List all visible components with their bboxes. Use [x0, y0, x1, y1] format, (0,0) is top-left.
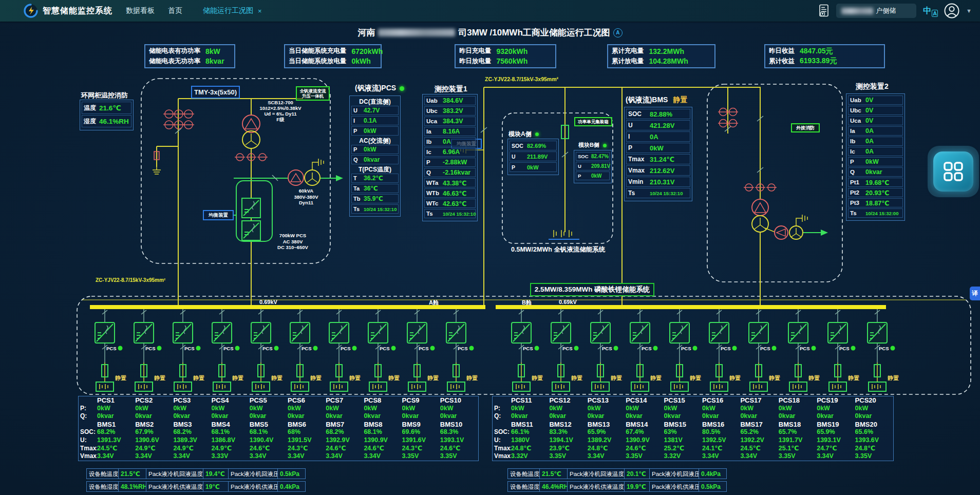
pcs-unit[interactable]: PCS静置: [329, 309, 361, 391]
pcs-unit-label: PCS: [839, 346, 850, 351]
booster-unit-label: 全钒液流变流 升压一体机: [296, 86, 330, 101]
table-unit-column: PCS120kW0kvarBMS1283.3%1394.1V23.9℃3.35V: [549, 396, 587, 461]
battery-icon: [96, 382, 114, 391]
field-label: Tmax: [628, 156, 650, 163]
unit-value: 68.1%: [364, 428, 402, 436]
field-value: 10/24 15:32:10: [443, 211, 476, 217]
unit-name: BMS7: [326, 421, 364, 429]
field-value: 31.24℃: [650, 156, 674, 163]
battery-icon: [671, 382, 688, 391]
table-unit-column: PCS110kW0kvarBMS1166.1%1380V24.8℃3.32V: [511, 396, 549, 461]
busbar-voltage-label: 0.69kV: [259, 299, 277, 305]
unit-value: 68.1%: [250, 428, 288, 436]
pcs-unit[interactable]: PCS静置: [749, 309, 780, 391]
unit-value: 24.5℃: [740, 445, 778, 453]
transformer-hv-winding: [752, 199, 768, 216]
unit-value: 65.9%: [817, 428, 855, 436]
pcs-unit[interactable]: PCS静置: [251, 309, 282, 391]
pcs-unit[interactable]: PCS静置: [828, 309, 859, 391]
unit-value: 1390.6V: [135, 436, 173, 445]
field-label: Ubc: [850, 107, 865, 113]
field-label: I: [353, 118, 364, 124]
pcs-unit[interactable]: PCS静置: [134, 309, 165, 391]
unit-value: 1393.1V: [817, 436, 855, 445]
unit-value: 0kvar: [440, 412, 478, 421]
field-row: T36.2℃: [351, 174, 399, 183]
unit-name: BMS10: [440, 421, 478, 429]
unit-value: 24.8℃: [511, 445, 549, 453]
pcs-unit[interactable]: PCS静置: [407, 309, 439, 391]
pcs-unit[interactable]: PCS静置: [788, 309, 820, 391]
cooling-value: 19.4℃: [203, 468, 229, 479]
module-a-title: 模块A侧: [508, 130, 539, 139]
pcs-unit[interactable]: PCS静置: [512, 309, 543, 391]
pcs-unit[interactable]: PCS静置: [551, 309, 582, 391]
pcs-unit[interactable]: PCS静置: [290, 309, 322, 391]
field-row: Pt318.87℃: [848, 198, 903, 207]
unit-value: 3.34V: [97, 452, 135, 461]
pcs-unit[interactable]: PCS静置: [212, 309, 243, 391]
status-dot: [653, 346, 658, 351]
pcs-unit[interactable]: PCS静置: [709, 309, 741, 391]
field-value: 0kW: [865, 158, 879, 165]
unit-value: 0kvar: [549, 412, 587, 421]
field-row: SOC82.47%: [576, 152, 610, 161]
unit-value: 24.1℃: [702, 445, 740, 453]
unit-name: BMS3: [173, 421, 211, 429]
field-label: Ta: [353, 185, 364, 192]
pcs-unit[interactable]: PCS静置: [173, 309, 204, 391]
unit-name: PCS15: [664, 396, 702, 405]
field-label: I: [628, 133, 650, 140]
pcs-unit[interactable]: PCS静置: [868, 309, 899, 391]
apps-grid-button[interactable]: [933, 151, 973, 192]
pcs-unit[interactable]: PCS静置: [95, 309, 126, 391]
cooling-row: 设备舱湿度46.4%RHPack液冷机供液温度19.9℃Pack液冷机供液压力0…: [507, 481, 726, 492]
unit-value: 1393.6V: [855, 436, 893, 445]
unit-value: 65.9%: [588, 428, 626, 436]
table-unit-column: PCS70kW0kvarBMS768.2%1392.9V24.6℃3.34V: [326, 396, 364, 461]
vanadium-system-label: 0.5MW/2MWh 全钒液流储能系统: [511, 245, 605, 254]
field-value: 384.6V: [443, 97, 463, 104]
pcs-unit[interactable]: PCS静置: [368, 309, 400, 391]
unit-name: BMS19: [817, 421, 855, 429]
field-value: 0V: [865, 117, 873, 124]
spec-line: AC 380V: [266, 239, 319, 245]
unit-name: BMS13: [588, 421, 626, 429]
unit-value: 1390.9V: [626, 436, 664, 445]
unit-value: 0kvar: [364, 412, 402, 421]
field-value: 46.63℃: [443, 189, 466, 197]
unit-value: 3.35V: [549, 452, 587, 461]
table-unit-column: PCS180kW0kvarBMS1865.7%1391.7V25.1℃3.35V: [779, 396, 817, 461]
cooling-value: 48.1%RH: [118, 481, 146, 492]
unit-value: 24.7℃: [817, 445, 855, 453]
field-value: 43.38℃: [443, 179, 466, 187]
unit-value: 24.3℃: [402, 445, 440, 453]
cooling-value: 0.4kPa: [699, 468, 727, 479]
translate-button[interactable]: 译: [970, 287, 980, 300]
pcs-unit[interactable]: PCS静置: [630, 309, 662, 391]
unit-name: PCS16: [702, 396, 740, 405]
field-row: P0kW: [351, 126, 399, 136]
field-label: Q: [850, 169, 865, 175]
pcs-bms-table: P:Q:SOC:U:Tmax:Vmax:PCS10kW0kvarBMS168.2…: [78, 396, 479, 461]
unit-value: 0kW: [97, 405, 135, 413]
field-row: 温度21.6℃: [82, 102, 131, 114]
field-row: Ic6.96A: [424, 147, 476, 157]
field-row: Uca384.3V: [424, 117, 476, 126]
field-value: 10/24 15:32:10: [364, 206, 397, 212]
field-row: Ts10/24 15:32:10: [424, 209, 476, 218]
idle-status-label: 静置: [690, 375, 701, 381]
unit-value: 0kvar: [212, 412, 250, 421]
lithium-system-label: 2.5MW/8.359MWh 磷酸铁锂储能系统: [530, 283, 654, 296]
status-dot: [812, 346, 816, 351]
pcs-unit[interactable]: PCS静置: [670, 309, 701, 391]
pcs-unit[interactable]: PCS静置: [446, 309, 478, 391]
pcs-unit[interactable]: PCS静置: [591, 309, 622, 391]
cooling-label: 设备舱湿度: [86, 481, 119, 492]
field-label: P: [512, 164, 527, 170]
unit-value: 24.8℃: [588, 445, 626, 453]
field-label: Ia: [426, 128, 443, 135]
table-unit-column: PCS150kW0kvarBMS1563%1381V25.2℃3.32V: [664, 396, 702, 461]
unit-value: 0kvar: [326, 412, 364, 421]
field-value: 19.68℃: [865, 179, 889, 186]
